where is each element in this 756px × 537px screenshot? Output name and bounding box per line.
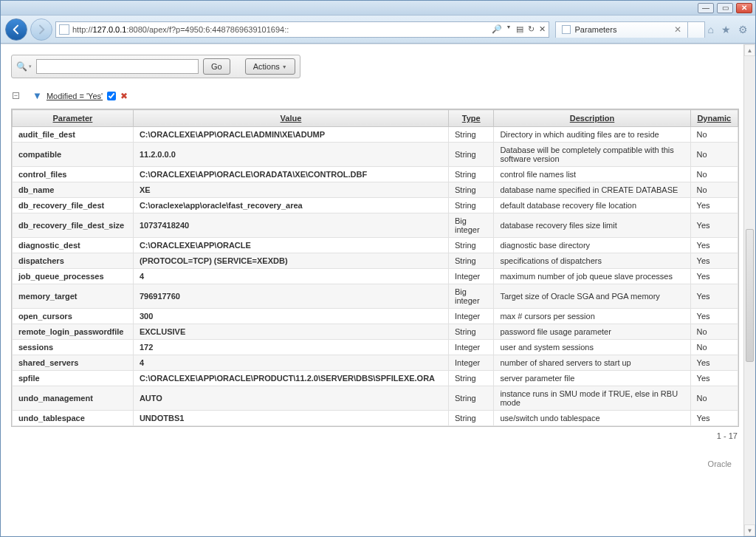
cell-type: String bbox=[449, 411, 494, 426]
search-input[interactable] bbox=[36, 59, 199, 74]
close-button[interactable]: ✕ bbox=[736, 3, 752, 13]
cell-type: Integer bbox=[449, 269, 494, 284]
scroll-thumb[interactable] bbox=[746, 229, 754, 362]
active-filter-row: − ▼ Modified = 'Yes' ✖ bbox=[13, 90, 739, 101]
cell-type: String bbox=[449, 253, 494, 269]
search-icon[interactable]: 🔎 bbox=[492, 24, 502, 34]
cell-dynamic: Yes bbox=[690, 269, 738, 284]
cell-parameter: remote_login_passwordfile bbox=[13, 324, 134, 340]
table-row: spfileC:\ORACLEXE\APP\ORACLE\PRODUCT\11.… bbox=[13, 371, 738, 386]
cell-value: AUTO bbox=[133, 386, 448, 411]
page-icon bbox=[59, 24, 69, 35]
cell-parameter: db_recovery_file_dest_size bbox=[13, 213, 134, 238]
cell-description: database name specified in CREATE DATABA… bbox=[494, 182, 690, 198]
pagination-text: 1 - 17 bbox=[11, 427, 739, 442]
forward-button[interactable] bbox=[30, 18, 52, 41]
cell-parameter: spfile bbox=[13, 371, 134, 386]
url-text: http://127.0.0.1:8080/apex/f?p=4950:6:44… bbox=[72, 25, 489, 34]
cell-description: Database will be completely compatible w… bbox=[494, 143, 690, 167]
cell-value: C:\ORACLEXE\APP\ORACLE\ORADATA\XE\CONTRO… bbox=[133, 167, 448, 182]
cell-value: 11.2.0.0.0 bbox=[133, 143, 448, 167]
cell-parameter: diagnostic_dest bbox=[13, 238, 134, 253]
back-button[interactable] bbox=[5, 18, 27, 41]
cell-dynamic: Yes bbox=[690, 198, 738, 213]
filter-expression-link[interactable]: Modified = 'Yes' bbox=[47, 92, 103, 100]
maximize-button[interactable]: ▭ bbox=[717, 3, 733, 13]
cell-dynamic: Yes bbox=[690, 355, 738, 371]
cell-parameter: dispatchers bbox=[13, 253, 134, 269]
cell-dynamic: No bbox=[690, 127, 738, 143]
stop-icon[interactable]: ✕ bbox=[539, 24, 546, 34]
cell-dynamic: No bbox=[690, 340, 738, 355]
footer-brand: Oracle bbox=[11, 442, 739, 474]
column-header-description[interactable]: Description bbox=[494, 110, 690, 127]
cell-dynamic: Yes bbox=[690, 253, 738, 269]
cell-description: Target size of Oracle SGA and PGA memory bbox=[494, 284, 690, 309]
table-row: dispatchers(PROTOCOL=TCP) (SERVICE=XEXDB… bbox=[13, 253, 738, 269]
table-row: diagnostic_destC:\ORACLEXE\APP\ORACLEStr… bbox=[13, 238, 738, 253]
funnel-icon: ▼ bbox=[32, 90, 42, 101]
column-header-type[interactable]: Type bbox=[449, 110, 494, 127]
cell-description: specifications of dispatchers bbox=[494, 253, 690, 269]
cell-value: UNDOTBS1 bbox=[133, 411, 448, 426]
browser-tab[interactable]: Parameters ✕ bbox=[555, 21, 688, 38]
column-header-parameter[interactable]: Parameter bbox=[13, 110, 134, 127]
column-header-dynamic[interactable]: Dynamic bbox=[690, 110, 738, 127]
cell-description: server parameter file bbox=[494, 371, 690, 386]
table-row: shared_servers4Integernumber of shared s… bbox=[13, 355, 738, 371]
favorites-icon[interactable]: ★ bbox=[721, 24, 731, 35]
cell-type: String bbox=[449, 386, 494, 411]
cell-value: 10737418240 bbox=[133, 213, 448, 238]
cell-description: max # cursors per session bbox=[494, 309, 690, 324]
tab-close-icon[interactable]: ✕ bbox=[674, 24, 681, 35]
cell-parameter: memory_target bbox=[13, 284, 134, 309]
cell-description: instance runs in SMU mode if TRUE, else … bbox=[494, 386, 690, 411]
compat-icon[interactable]: ▤ bbox=[516, 24, 523, 34]
cell-description: diagnostic base directory bbox=[494, 238, 690, 253]
table-row: db_recovery_file_dest_size10737418240Big… bbox=[13, 213, 738, 238]
collapse-icon[interactable]: − bbox=[13, 92, 19, 99]
go-button[interactable]: Go bbox=[203, 58, 230, 75]
cell-type: String bbox=[449, 198, 494, 213]
filter-enabled-checkbox[interactable] bbox=[107, 92, 116, 100]
home-icon[interactable]: ⌂ bbox=[708, 24, 714, 35]
cell-dynamic: No bbox=[690, 143, 738, 167]
scroll-down-icon[interactable]: ▼ bbox=[744, 524, 755, 536]
cell-dynamic: No bbox=[690, 324, 738, 340]
cell-dynamic: No bbox=[690, 386, 738, 411]
refresh-icon[interactable]: ↻ bbox=[528, 24, 535, 34]
new-tab-button[interactable] bbox=[687, 21, 705, 38]
remove-filter-icon[interactable]: ✖ bbox=[120, 91, 128, 101]
table-row: memory_target796917760Big integerTarget … bbox=[13, 284, 738, 309]
scroll-up-icon[interactable]: ▲ bbox=[744, 44, 755, 56]
cell-value: 796917760 bbox=[133, 284, 448, 309]
cell-type: Big integer bbox=[449, 284, 494, 309]
table-row: job_queue_processes4Integermaximum numbe… bbox=[13, 269, 738, 284]
cell-parameter: shared_servers bbox=[13, 355, 134, 371]
cell-parameter: db_name bbox=[13, 182, 134, 198]
tools-icon[interactable]: ⚙ bbox=[738, 24, 748, 35]
cell-value: C:\ORACLEXE\APP\ORACLE\ADMIN\XE\ADUMP bbox=[133, 127, 448, 143]
table-row: undo_managementAUTOStringinstance runs i… bbox=[13, 386, 738, 411]
cell-value: 4 bbox=[133, 355, 448, 371]
cell-type: String bbox=[449, 143, 494, 167]
cell-description: number of shared servers to start up bbox=[494, 355, 690, 371]
column-header-value[interactable]: Value bbox=[133, 110, 448, 127]
cell-dynamic: Yes bbox=[690, 411, 738, 426]
cell-value: C:\ORACLEXE\APP\ORACLE bbox=[133, 238, 448, 253]
cell-type: String bbox=[449, 238, 494, 253]
minimize-button[interactable]: — bbox=[698, 3, 714, 13]
actions-button[interactable]: Actions ▼ bbox=[245, 58, 295, 75]
cell-type: String bbox=[449, 324, 494, 340]
cell-value: XE bbox=[133, 182, 448, 198]
cell-parameter: open_cursors bbox=[13, 309, 134, 324]
cell-parameter: sessions bbox=[13, 340, 134, 355]
table-row: sessions172Integeruser and system sessio… bbox=[13, 340, 738, 355]
dropdown-icon[interactable]: ▼ bbox=[506, 24, 512, 34]
cell-parameter: undo_tablespace bbox=[13, 411, 134, 426]
search-column-selector[interactable]: 🔍▾ bbox=[16, 61, 32, 72]
cell-dynamic: No bbox=[690, 167, 738, 182]
address-bar[interactable]: http://127.0.0.1:8080/apex/f?p=4950:6:44… bbox=[55, 21, 549, 38]
page-scrollbar[interactable]: ▲ ▼ bbox=[743, 44, 755, 536]
cell-dynamic: Yes bbox=[690, 238, 738, 253]
